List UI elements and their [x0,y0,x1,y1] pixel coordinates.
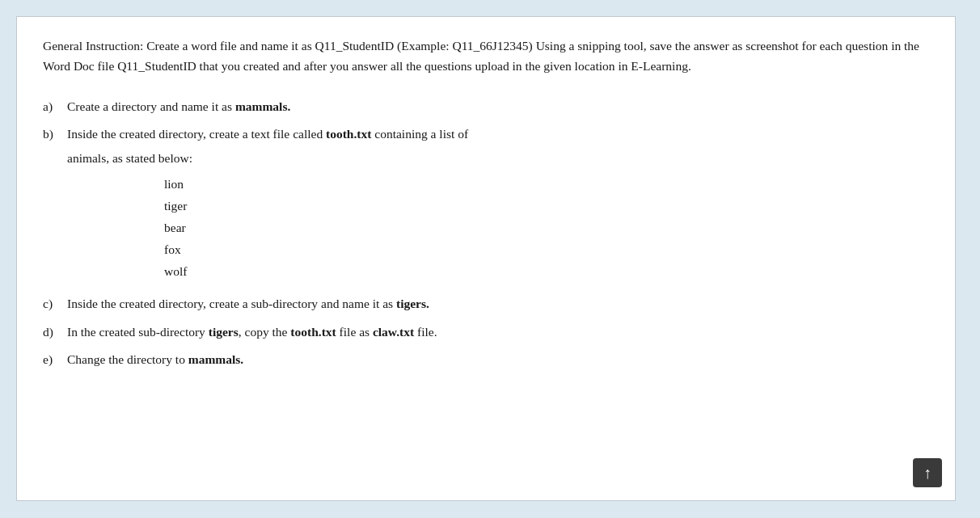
animals-intro: animals, as stated below: [67,148,192,169]
question-c-text: Inside the created directory, create a s… [67,293,929,314]
page-container: General Instruction: Create a word file … [0,0,980,518]
general-instruction-text: General Instruction: Create a word file … [43,39,919,73]
questions-list: a) Create a directory and name it as mam… [43,96,929,371]
general-instruction: General Instruction: Create a word file … [43,36,929,77]
animal-wolf: wolf [164,260,187,282]
question-a-text: Create a directory and name it as mammal… [67,96,929,117]
question-d-text: In the created sub-directory tigers, cop… [67,322,929,343]
animal-fox: fox [164,238,181,260]
question-b-animals-block: animals, as stated below: lion tiger bea… [67,145,192,287]
animal-tiger: tiger [164,195,187,217]
question-e: e) Change the directory to mammals. [43,349,929,370]
animals-list: lion tiger bear fox wolf [164,173,192,283]
question-e-text: Change the directory to mammals. [67,349,929,370]
animal-bear: bear [164,217,186,238]
question-a: a) Create a directory and name it as mam… [43,96,929,117]
content-area: General Instruction: Create a word file … [16,16,956,501]
scroll-up-button[interactable]: ↑ [913,458,942,487]
question-b: b) Inside the created directory, create … [43,124,929,287]
question-b-line1: b) Inside the created directory, create … [43,124,468,145]
question-b-text: Inside the created directory, create a t… [67,124,468,145]
question-c-label: c) [43,293,67,314]
question-d-label: d) [43,322,67,343]
animal-lion: lion [164,173,184,195]
question-e-label: e) [43,349,67,370]
question-a-label: a) [43,96,67,117]
question-c: c) Inside the created directory, create … [43,293,929,314]
question-b-label: b) [43,124,67,145]
question-d: d) In the created sub-directory tigers, … [43,322,929,343]
